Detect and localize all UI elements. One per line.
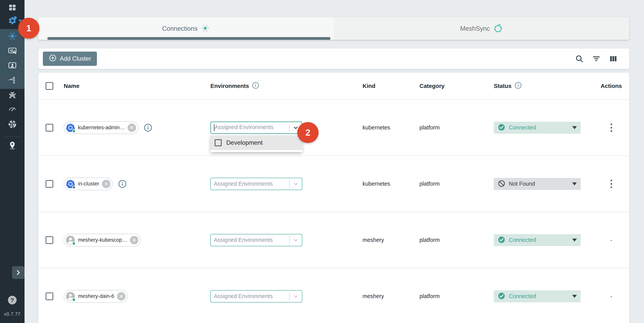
info-icon[interactable] bbox=[144, 123, 153, 132]
connection-chip[interactable]: meshery-kubescop… bbox=[64, 234, 141, 246]
sidebar-item-profiles[interactable] bbox=[0, 61, 24, 70]
kubernetes-icon bbox=[66, 123, 75, 133]
environments-header-label: Environments bbox=[210, 83, 249, 89]
status-header-label: Status bbox=[494, 83, 512, 89]
disconnected-dot bbox=[72, 185, 76, 189]
status-label: Connected bbox=[509, 237, 569, 243]
close-icon[interactable] bbox=[102, 180, 110, 188]
select-divider bbox=[289, 236, 290, 244]
view-columns-icon[interactable] bbox=[608, 54, 618, 64]
status-badge[interactable]: Connected bbox=[494, 234, 581, 246]
table-row: meshery-dain-6 Assigned Environments mes… bbox=[38, 268, 629, 323]
row-checkbox[interactable] bbox=[46, 180, 53, 188]
connection-chip[interactable]: meshery-dain-6 bbox=[64, 290, 128, 303]
text-caret bbox=[214, 124, 214, 131]
environments-select[interactable]: Assigned Environments bbox=[210, 178, 302, 190]
dropdown-option-development[interactable]: Development bbox=[210, 135, 302, 150]
sidebar-item-service-mesh[interactable] bbox=[0, 76, 24, 85]
close-icon[interactable] bbox=[130, 236, 138, 244]
tab-meshsync-label: MeshSync bbox=[460, 25, 490, 32]
sidebar-expand-button[interactable] bbox=[12, 266, 24, 279]
dashboard-icon[interactable] bbox=[0, 3, 24, 12]
select-divider bbox=[289, 124, 290, 132]
main-content: Connections MeshSync Add Cluster bbox=[24, 0, 644, 323]
status-badge[interactable]: Connected bbox=[494, 122, 581, 134]
connected-dot bbox=[72, 242, 76, 245]
filter-icon[interactable] bbox=[592, 54, 601, 64]
tab-connections[interactable]: Connections bbox=[38, 17, 334, 40]
connections-table: Name Environments Kind Category Status A… bbox=[38, 73, 629, 323]
tab-connections-label: Connections bbox=[162, 25, 198, 32]
environments-select[interactable]: Assigned Environments bbox=[210, 234, 302, 246]
check-circle-icon bbox=[498, 123, 506, 132]
column-header-name[interactable]: Name bbox=[64, 83, 210, 89]
connection-name: meshery-kubescop… bbox=[78, 237, 127, 243]
row-actions-menu-icon[interactable] bbox=[607, 178, 616, 190]
tab-meshsync[interactable]: MeshSync bbox=[334, 17, 629, 40]
check-circle-icon bbox=[498, 292, 506, 300]
close-icon[interactable] bbox=[117, 292, 126, 300]
info-icon[interactable] bbox=[118, 179, 127, 189]
sidebar-item-configuration[interactable] bbox=[0, 91, 24, 100]
kubernetes-icon bbox=[66, 179, 75, 189]
column-header-environments[interactable]: Environments bbox=[210, 82, 362, 91]
status-badge[interactable]: Connected bbox=[494, 290, 581, 302]
row-checkbox[interactable] bbox=[46, 236, 53, 244]
sidebar-item-performance[interactable] bbox=[0, 104, 24, 113]
help-button[interactable]: ? bbox=[8, 296, 16, 304]
status-label: Connected bbox=[509, 293, 569, 299]
option-checkbox[interactable] bbox=[215, 139, 222, 146]
column-header-category[interactable]: Category bbox=[420, 83, 494, 89]
meshsync-spinner-icon bbox=[493, 23, 503, 34]
chevron-down-icon[interactable] bbox=[292, 180, 299, 187]
sidebar-item-adapters[interactable] bbox=[0, 46, 24, 55]
connection-chip[interactable]: kubernetes-admin… bbox=[64, 121, 138, 134]
connections-network-icon bbox=[200, 24, 210, 34]
add-cluster-button[interactable]: Add Cluster bbox=[43, 52, 97, 66]
close-icon[interactable] bbox=[128, 123, 136, 132]
step-badge-2: 2 bbox=[297, 122, 318, 143]
row-checkbox[interactable] bbox=[46, 292, 53, 300]
chevron-down-icon[interactable] bbox=[292, 237, 299, 244]
sidebar-lifecycle-group bbox=[0, 29, 24, 89]
table-header-row: Name Environments Kind Category Status A… bbox=[38, 73, 629, 100]
kind-cell: meshery bbox=[362, 237, 420, 243]
table-row: kubernetes-admin… Assigned Environments bbox=[38, 100, 629, 156]
caret-down-icon bbox=[572, 182, 577, 185]
category-cell: platform bbox=[420, 293, 494, 299]
environments-placeholder: Assigned Environments bbox=[214, 237, 273, 243]
version-label: v0.7.77 bbox=[0, 311, 24, 317]
column-header-status[interactable]: Status bbox=[494, 82, 593, 91]
category-cell: platform bbox=[420, 124, 494, 131]
table-row: in-cluster Assigned Environments bbox=[38, 156, 629, 212]
environments-placeholder: Assigned Environments bbox=[214, 181, 273, 187]
caret-down-icon bbox=[572, 295, 577, 298]
environments-dropdown: Development bbox=[210, 135, 302, 152]
check-circle-icon bbox=[498, 236, 506, 244]
status-label: Connected bbox=[509, 124, 569, 131]
avatar-icon bbox=[66, 235, 75, 245]
plus-circle-icon bbox=[49, 54, 57, 64]
info-icon[interactable] bbox=[252, 82, 260, 91]
environments-select[interactable]: Assigned Environments bbox=[210, 290, 302, 302]
info-icon[interactable] bbox=[514, 82, 522, 91]
connected-dot bbox=[72, 129, 76, 133]
row-checkbox[interactable] bbox=[46, 124, 53, 132]
column-header-actions[interactable]: Actions bbox=[593, 83, 629, 89]
chevron-down-icon[interactable] bbox=[292, 293, 299, 300]
environments-select[interactable]: Assigned Environments bbox=[210, 122, 302, 134]
connected-dot bbox=[72, 298, 76, 301]
sidebar-item-extensions[interactable] bbox=[0, 120, 24, 129]
kind-cell: kubernetes bbox=[362, 124, 420, 131]
column-header-kind[interactable]: Kind bbox=[362, 83, 420, 89]
row-actions-menu-icon[interactable] bbox=[607, 122, 616, 134]
sidebar-item-environment-pin[interactable] bbox=[0, 141, 24, 150]
select-all-checkbox[interactable] bbox=[46, 82, 53, 90]
no-actions-dash: - bbox=[610, 237, 612, 243]
search-icon[interactable] bbox=[574, 54, 584, 64]
connection-chip[interactable]: in-cluster bbox=[64, 178, 113, 190]
tab-bar: Connections MeshSync bbox=[38, 17, 629, 40]
active-tab-indicator bbox=[47, 37, 330, 40]
status-badge[interactable]: Not Found bbox=[494, 178, 581, 190]
option-label: Development bbox=[226, 139, 263, 146]
